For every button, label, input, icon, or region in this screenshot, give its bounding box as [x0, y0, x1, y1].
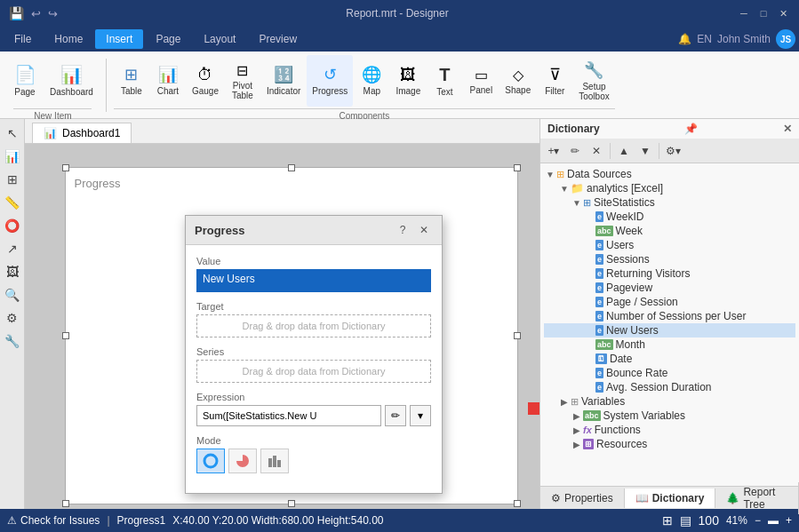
modal-help-btn[interactable]: ? — [394, 221, 411, 239]
dictionary-tab[interactable]: 📖 Dictionary — [625, 488, 716, 508]
resize-handle-ne[interactable] — [514, 164, 521, 171]
toolbar-text-btn[interactable]: T Text — [427, 55, 462, 107]
status-icon2[interactable]: ▤ — [680, 513, 691, 528]
notification-icon[interactable]: 🔔 — [678, 33, 691, 45]
tree-item-sessions[interactable]: e Sessions — [544, 252, 795, 266]
toolbar-filter-btn[interactable]: ⊽ Filter — [537, 55, 572, 107]
zoom-out-btn[interactable]: − — [755, 514, 761, 527]
expression-edit-btn[interactable]: ✏ — [385, 405, 406, 426]
toolbar-chart-btn[interactable]: 📊 Chart — [150, 55, 186, 107]
close-dict-btn[interactable]: ✕ — [783, 123, 792, 135]
tree-item-month[interactable]: abc Month — [544, 337, 795, 352]
mode-circle-btn[interactable] — [196, 449, 225, 473]
menu-page[interactable]: Page — [145, 29, 191, 49]
tree-item-num-sessions[interactable]: e Number of Sessions per User — [544, 309, 795, 323]
toolbar-indicator-btn[interactable]: 🔢 Indicator — [261, 55, 306, 107]
tree-item-users[interactable]: e Users — [544, 238, 795, 252]
undo-btn[interactable]: ↩ — [31, 7, 41, 20]
sidebar-table-tool[interactable]: ⊞ — [2, 169, 23, 190]
resize-handle-w[interactable] — [62, 332, 69, 339]
language-selector[interactable]: EN — [697, 33, 712, 45]
toolbar-progress-btn[interactable]: ↺ Progress — [307, 55, 353, 107]
toolbar-image-btn[interactable]: 🖼 Image — [390, 55, 426, 107]
series-group: Series Drag & drop data from Dictionary — [196, 346, 431, 383]
tree-item-new-users[interactable]: e New Users — [544, 323, 795, 337]
series-input[interactable]: Drag & drop data from Dictionary — [196, 360, 431, 383]
toolbar-shape-btn[interactable]: ◇ Shape — [499, 55, 536, 107]
dict-move-down-btn[interactable]: ▼ — [635, 141, 655, 161]
resize-handle-nw[interactable] — [62, 164, 69, 171]
toolbar-panel-btn[interactable]: ▭ Panel — [463, 55, 499, 107]
dict-add-btn[interactable]: +▾ — [544, 141, 563, 161]
tree-item-avg-session[interactable]: e Avg. Session Duration — [544, 380, 795, 394]
tree-item-date[interactable]: 🗓 Date — [544, 352, 795, 366]
report-tree-tab[interactable]: 🌲 Report Tree — [715, 482, 799, 514]
target-input[interactable]: Drag & drop data from Dictionary — [196, 314, 431, 337]
dashboard-tab[interactable]: 📊 Dashboard1 — [32, 123, 132, 143]
status-icon3[interactable]: 100 — [699, 513, 719, 528]
tree-item-page-session[interactable]: e Page / Session — [544, 295, 795, 309]
tree-item-analytics[interactable]: ▼ 📁 analytics [Excel] — [544, 181, 795, 195]
status-icon1[interactable]: ⊞ — [662, 513, 673, 528]
properties-tab[interactable]: ⚙ Properties — [540, 488, 625, 508]
sidebar-chart-tool[interactable]: 📊 — [2, 146, 23, 167]
toolbar-pivot-btn[interactable]: ⊟ PivotTable — [225, 55, 260, 107]
toolbar-gauge-btn[interactable]: ⏱ Gauge — [187, 55, 224, 107]
sidebar-ruler-tool[interactable]: 📏 — [2, 192, 23, 213]
tree-item-site-statistics[interactable]: ▼ ⊞ SiteStatistics — [544, 195, 795, 210]
menu-layout[interactable]: Layout — [193, 29, 246, 49]
tree-item-pageview[interactable]: e Pageview — [544, 281, 795, 295]
sidebar-select-tool[interactable]: ↖ — [2, 123, 23, 144]
sidebar-wrench-tool[interactable]: 🔧 — [2, 330, 23, 352]
tree-item-returning-visitors[interactable]: e Returning Visitors — [544, 266, 795, 281]
pin-icon[interactable]: 📌 — [684, 123, 698, 135]
tree-item-variables[interactable]: ▶ ⊞ Variables — [544, 394, 795, 409]
toolbar-dashboard-btn[interactable]: 📊 Dashboard — [44, 55, 99, 107]
sidebar-settings-tool[interactable]: ⚙ — [2, 307, 23, 329]
zoom-in-btn[interactable]: + — [786, 514, 792, 527]
redo-btn[interactable]: ↪ — [48, 7, 58, 20]
mode-bar-btn[interactable] — [260, 449, 289, 473]
canvas-content[interactable]: Progress 100% Progress ? ✕ — [25, 144, 539, 509]
expression-dropdown-btn[interactable]: ▾ — [410, 405, 431, 426]
sidebar-arrow-tool[interactable]: ↗ — [2, 238, 23, 259]
menu-home[interactable]: Home — [44, 29, 93, 49]
resize-handle-n[interactable] — [288, 164, 295, 171]
resize-handle-sw[interactable] — [62, 500, 69, 507]
user-name: John Smith — [717, 33, 771, 45]
sidebar-image-tool[interactable]: 🖼 — [2, 261, 23, 282]
check-issues-item[interactable]: ⚠ Check for Issues — [7, 514, 100, 527]
dict-delete-btn[interactable]: ✕ — [587, 141, 606, 161]
modal-close-btn[interactable]: ✕ — [415, 221, 433, 239]
maximize-btn[interactable]: □ — [756, 6, 771, 20]
tree-item-week[interactable]: abc Week — [544, 224, 795, 238]
toolbar-page-btn[interactable]: 📄 Page — [7, 55, 43, 107]
sidebar-circle-tool[interactable]: ⭕ — [2, 215, 23, 236]
mode-pie-btn[interactable] — [228, 449, 257, 473]
tree-item-bounce-rate[interactable]: e Bounce Rate — [544, 366, 795, 380]
menu-insert[interactable]: Insert — [95, 29, 143, 49]
dict-move-up-btn[interactable]: ▲ — [614, 141, 634, 161]
resize-handle-e[interactable] — [514, 332, 521, 339]
sidebar-search-tool[interactable]: 🔍 — [2, 284, 23, 306]
dict-edit-btn[interactable]: ✏ — [565, 141, 585, 161]
minimize-btn[interactable]: ─ — [737, 6, 751, 20]
tree-item-resources[interactable]: ▶ ⊞ Resources — [544, 437, 795, 451]
tree-item-data-sources[interactable]: ▼ ⊞ Data Sources — [544, 167, 795, 181]
close-btn[interactable]: ✕ — [776, 6, 790, 20]
resize-handle-s[interactable] — [288, 500, 295, 507]
toolbar-table-btn[interactable]: ⊞ Table — [114, 55, 149, 107]
dict-tree[interactable]: ▼ ⊞ Data Sources ▼ 📁 analytics [Excel] ▼… — [540, 163, 799, 486]
tree-item-weekid[interactable]: e WeekID — [544, 210, 795, 224]
menu-file[interactable]: File — [4, 29, 42, 49]
value-input[interactable]: New Users — [196, 269, 431, 292]
tree-item-system-vars[interactable]: ▶ abc System Variables — [544, 409, 795, 423]
dict-settings-btn[interactable]: ⚙▾ — [663, 141, 683, 161]
toolbar-map-btn[interactable]: 🌐 Map — [354, 55, 389, 107]
expression-input[interactable] — [196, 405, 381, 426]
menu-preview[interactable]: Preview — [248, 29, 308, 49]
tree-item-functions[interactable]: ▶ fx Functions — [544, 423, 795, 437]
zoom-slider[interactable]: ▬ — [768, 514, 779, 527]
toolbar-setup-toolbox-btn[interactable]: 🔧 SetupToolbox — [573, 55, 614, 107]
resize-handle-se[interactable] — [514, 500, 521, 507]
